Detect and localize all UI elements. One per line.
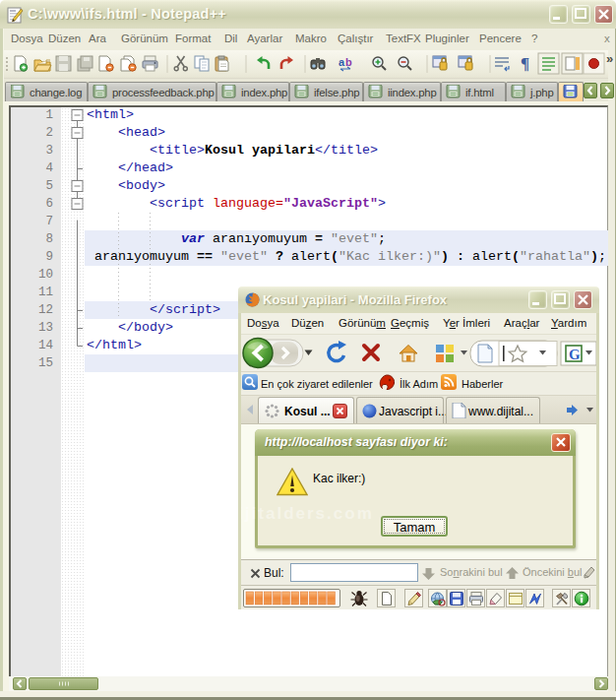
svg-text:¶: ¶ [521, 54, 529, 73]
svg-text:b: b [345, 56, 352, 68]
svg-text:G: G [569, 347, 581, 362]
svg-text:a: a [339, 56, 345, 68]
